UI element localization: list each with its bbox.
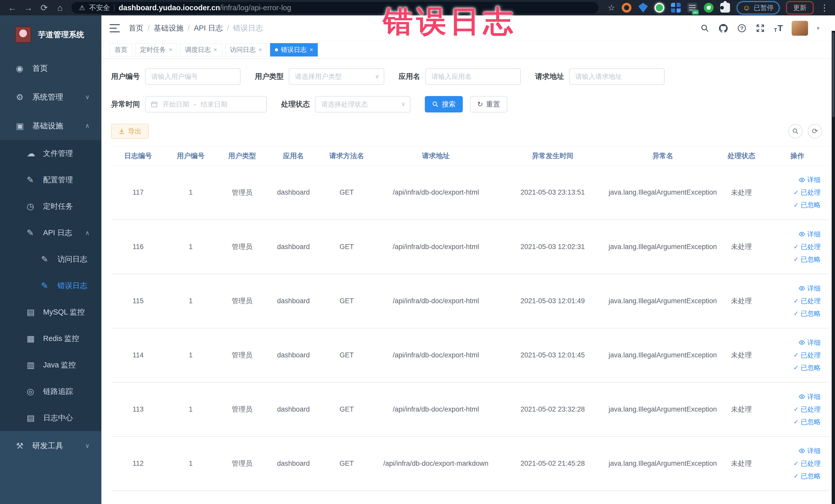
reload-icon[interactable]: ⟳ xyxy=(38,3,51,13)
start-date-placeholder: 开始日期 xyxy=(162,100,189,109)
breadcrumb-home[interactable]: 首页 xyxy=(128,23,143,33)
mark-processed-link[interactable]: ✓ 已处理 xyxy=(765,351,821,360)
detail-link[interactable]: 详细 xyxy=(765,230,821,239)
mark-processed-link[interactable]: ✓ 已处理 xyxy=(765,297,821,305)
user-menu-caret-icon[interactable]: ▾ xyxy=(817,25,820,32)
cell-exception-name: java.lang.IllegalArgumentException xyxy=(608,437,718,491)
check-icon: ✓ xyxy=(793,364,798,371)
eye-icon xyxy=(798,231,805,238)
mark-ignored-link[interactable]: ✓ 已忽略 xyxy=(765,255,821,264)
app-header: 首页 / 基础设施 / API 日志 / 错误日志 ? xyxy=(101,15,835,41)
sidebar-item-access-log[interactable]: ✎ 访问日志 xyxy=(0,246,101,273)
browser-menu-icon[interactable]: ⋮ xyxy=(820,3,829,13)
extension-icon-green-ring[interactable] xyxy=(655,3,664,13)
search-icon[interactable] xyxy=(700,23,710,33)
user-id-input[interactable] xyxy=(145,68,241,85)
detail-link[interactable]: 详细 xyxy=(765,446,821,456)
close-icon[interactable]: × xyxy=(169,46,172,53)
avatar[interactable] xyxy=(792,21,808,36)
forward-icon[interactable]: → xyxy=(22,3,35,13)
fullscreen-icon[interactable] xyxy=(755,23,765,33)
mark-ignored-link[interactable]: ✓ 已忽略 xyxy=(765,201,821,209)
close-icon[interactable]: × xyxy=(214,46,217,53)
tab-schedule-log[interactable]: 调度日志× xyxy=(180,43,222,57)
exception-time-range-picker[interactable]: 开始日期 - 结束日期 xyxy=(145,96,267,113)
sidebar-item-file-management[interactable]: ☁ 文件管理 xyxy=(0,140,101,167)
cell-app-name: dashboard xyxy=(268,382,319,437)
sidebar-item-infra[interactable]: ▣ 基础设施 ∧ xyxy=(0,112,101,140)
extension-icon-onetab[interactable] xyxy=(687,3,697,13)
process-status-select[interactable]: ∨ xyxy=(315,96,410,113)
extensions-puzzle-icon[interactable] xyxy=(720,3,730,13)
search-button[interactable]: 搜索 xyxy=(425,96,463,113)
breadcrumb-infra[interactable]: 基础设施 xyxy=(154,23,184,33)
mark-ignored-link[interactable]: ✓ 已忽略 xyxy=(765,309,821,318)
close-icon[interactable]: × xyxy=(310,46,313,53)
breadcrumb-api-log[interactable]: API 日志 xyxy=(194,23,223,33)
sidebar-item-system[interactable]: ⚙ 系统管理 ∨ xyxy=(0,83,101,112)
home-icon[interactable]: ⌂ xyxy=(54,3,67,13)
detail-link[interactable]: 详细 xyxy=(765,338,821,347)
refresh-table-button[interactable]: ⟳ xyxy=(808,124,822,138)
toggle-search-button[interactable] xyxy=(788,124,803,138)
browser-scrollbar[interactable] xyxy=(832,31,835,504)
mark-ignored-link[interactable]: ✓ 已忽略 xyxy=(765,472,821,481)
mark-ignored-link[interactable]: ✓ 已忽略 xyxy=(765,418,821,426)
user-type-select[interactable]: ∨ xyxy=(289,68,384,85)
scrollbar-thumb[interactable] xyxy=(832,32,834,117)
tab-scheduled-tasks[interactable]: 定时任务× xyxy=(135,43,177,57)
help-icon[interactable]: ? xyxy=(737,23,747,33)
cell-log-id: 114 xyxy=(111,328,165,382)
reset-button[interactable]: ↻ 重置 xyxy=(470,96,507,113)
sidebar-item-error-log[interactable]: ✎ 错误日志 xyxy=(0,273,101,299)
extension-icon-grid[interactable] xyxy=(671,3,681,13)
mark-ignored-link[interactable]: ✓ 已忽略 xyxy=(765,363,821,372)
tab-error-log[interactable]: 错误日志× xyxy=(270,43,318,57)
monitor-icon: ▣ xyxy=(16,121,32,131)
address-bar[interactable]: ⚠ 不安全 dashboard.yudao.iocoder.cn/infra/l… xyxy=(72,2,598,14)
detail-link[interactable]: 详细 xyxy=(765,392,821,401)
back-icon[interactable]: ← xyxy=(6,3,19,13)
cell-exception-time: 2021-05-03 12:02:31 xyxy=(497,220,608,274)
tab-access-log[interactable]: 访问日志× xyxy=(225,43,267,57)
sidebar-toggle-icon[interactable] xyxy=(109,24,120,32)
chevron-up-icon: ∧ xyxy=(85,229,89,237)
mark-processed-link[interactable]: ✓ 已处理 xyxy=(765,405,821,414)
sidebar-item-scheduled-tasks[interactable]: ◷ 定时任务 xyxy=(0,193,101,220)
mark-processed-link[interactable]: ✓ 已处理 xyxy=(765,188,821,197)
sidebar-item-tracing[interactable]: ◎ 链路追踪 xyxy=(0,378,101,405)
tab-home[interactable]: 首页 xyxy=(109,43,132,57)
app-logo-row[interactable]: 芋道管理系统 xyxy=(0,15,101,54)
github-icon[interactable] xyxy=(718,23,728,33)
check-icon: ✓ xyxy=(793,472,798,480)
mark-processed-link[interactable]: ✓ 已处理 xyxy=(765,459,821,468)
bookmark-star-icon[interactable]: ☆ xyxy=(608,3,615,13)
sidebar-item-mysql-monitor[interactable]: ▤ MySQL 监控 xyxy=(0,299,101,325)
app-name-input[interactable] xyxy=(425,68,521,85)
detail-link[interactable]: 详细 xyxy=(765,284,821,293)
sidebar-item-config-management[interactable]: ✎ 配置管理 xyxy=(0,167,101,193)
java-monitor-icon: ▥ xyxy=(27,360,43,370)
export-button[interactable]: 导出 xyxy=(111,124,149,139)
font-size-icon[interactable]: TT xyxy=(774,23,783,33)
app-logo xyxy=(15,26,31,43)
close-icon[interactable]: × xyxy=(259,46,262,53)
mark-processed-link[interactable]: ✓ 已处理 xyxy=(765,242,821,251)
cell-method: GET xyxy=(319,382,374,437)
sidebar-item-dev-tools[interactable]: ⚒ 研发工具 ∨ xyxy=(0,431,101,460)
cell-actions: 详细 ✓ 已处理 ✓ 已忽略 xyxy=(765,328,829,382)
detail-link[interactable]: 详细 xyxy=(765,175,821,184)
sidebar-item-log-center[interactable]: ▤ 日志中心 xyxy=(0,405,101,431)
update-button[interactable]: 更新 xyxy=(786,1,813,14)
sidebar-item-redis-monitor[interactable]: ▦ Redis 监控 xyxy=(0,325,101,352)
extension-icon-blue-gem[interactable] xyxy=(638,3,648,13)
extension-icon-orange[interactable] xyxy=(622,3,631,13)
paused-badge[interactable]: ☺ 已暂停 xyxy=(737,1,779,14)
request-url-input[interactable] xyxy=(569,68,665,85)
sidebar-item-api-log[interactable]: ✎ API 日志 ∧ xyxy=(0,220,101,246)
sidebar-item-home[interactable]: ◉ 首页 xyxy=(0,54,101,83)
sidebar-item-java-monitor[interactable]: ▥ Java 监控 xyxy=(0,352,101,378)
security-warning-icon[interactable]: ⚠ xyxy=(79,4,85,12)
extension-icon-green-leaf[interactable] xyxy=(704,3,714,13)
table-row: 114 1 管理员 dashboard GET /api/infra/db-do… xyxy=(111,328,829,382)
